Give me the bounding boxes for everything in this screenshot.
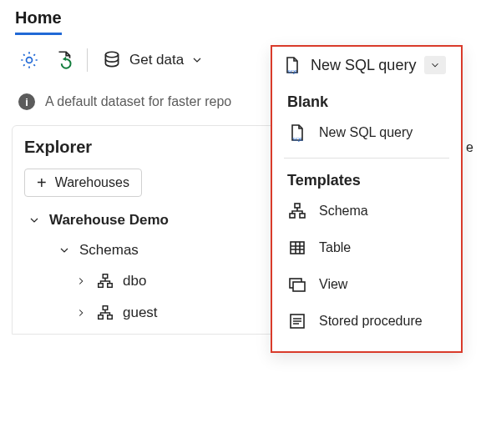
refresh-doc-icon bbox=[53, 49, 75, 71]
database-icon bbox=[101, 49, 123, 71]
dropdown-item-label: Stored procedure bbox=[319, 314, 423, 329]
new-sql-query-label: New SQL query bbox=[311, 57, 416, 74]
chevron-down-icon bbox=[190, 53, 204, 67]
tree-node-schema-dbo[interactable]: dbo bbox=[24, 265, 300, 297]
tab-bar: Home bbox=[0, 0, 486, 35]
refresh-button[interactable] bbox=[47, 43, 82, 77]
dropdown-item-label: New SQL query bbox=[319, 125, 413, 140]
explorer-title: Explorer bbox=[24, 138, 300, 157]
gear-icon bbox=[18, 49, 40, 71]
tree-node-schema-guest[interactable]: guest bbox=[24, 297, 300, 329]
chevron-right-icon bbox=[74, 307, 88, 319]
dropdown-item-table[interactable]: Table bbox=[272, 229, 461, 266]
get-data-label: Get data bbox=[129, 52, 184, 68]
stored-procedure-icon bbox=[287, 311, 307, 331]
new-sql-query-dropdown: New SQL query Blank New SQL query Templa… bbox=[271, 45, 463, 353]
dropdown-item-new-sql-query[interactable]: New SQL query bbox=[272, 114, 461, 151]
chevron-right-icon bbox=[74, 275, 88, 287]
info-icon: i bbox=[18, 93, 35, 110]
table-icon bbox=[287, 238, 307, 258]
dropdown-item-schema[interactable]: Schema bbox=[272, 193, 461, 229]
explorer-tree: Warehouse Demo Schemas dbo guest bbox=[24, 205, 300, 329]
get-data-button[interactable]: Get data bbox=[93, 43, 212, 77]
tree-node-warehouse-label: Warehouse Demo bbox=[49, 212, 169, 229]
settings-button[interactable] bbox=[12, 43, 47, 77]
add-warehouses-button[interactable]: + Warehouses bbox=[24, 169, 142, 197]
chevron-down-icon bbox=[28, 214, 41, 227]
dropdown-item-stored-procedure[interactable]: Stored procedure bbox=[272, 303, 461, 340]
plus-icon: + bbox=[37, 174, 47, 191]
dropdown-section-blank: Blank bbox=[272, 87, 461, 114]
schema-icon bbox=[96, 272, 114, 290]
tree-node-schemas[interactable]: Schemas bbox=[24, 235, 300, 265]
dropdown-section-templates: Templates bbox=[272, 165, 461, 193]
chevron-down-icon bbox=[58, 244, 71, 257]
dropdown-toggle[interactable] bbox=[424, 56, 446, 74]
dropdown-item-label: View bbox=[319, 277, 347, 292]
tree-node-schemas-label: Schemas bbox=[79, 242, 139, 259]
new-sql-query-button[interactable]: New SQL query bbox=[272, 47, 461, 87]
info-text-overflow: e bbox=[466, 140, 473, 155]
info-text: A default dataset for faster repo bbox=[45, 94, 231, 109]
explorer-panel: Explorer + Warehouses Warehouse Demo Sch… bbox=[12, 125, 312, 335]
dropdown-item-view[interactable]: View bbox=[272, 266, 461, 303]
tree-node-warehouse[interactable]: Warehouse Demo bbox=[24, 205, 300, 235]
tree-node-schema-guest-label: guest bbox=[123, 305, 158, 321]
dropdown-item-label: Schema bbox=[319, 204, 368, 219]
schema-icon bbox=[287, 201, 307, 221]
view-icon bbox=[287, 274, 307, 294]
dropdown-separator bbox=[284, 158, 449, 159]
sql-file-icon bbox=[287, 123, 307, 143]
schema-icon bbox=[96, 304, 114, 322]
dropdown-item-label: Table bbox=[319, 240, 351, 255]
chevron-down-icon bbox=[429, 59, 441, 71]
tab-home[interactable]: Home bbox=[15, 8, 62, 35]
sql-file-icon bbox=[282, 55, 302, 75]
tree-node-schema-dbo-label: dbo bbox=[123, 273, 146, 289]
add-warehouses-label: Warehouses bbox=[55, 175, 129, 190]
toolbar-separator bbox=[87, 48, 88, 72]
